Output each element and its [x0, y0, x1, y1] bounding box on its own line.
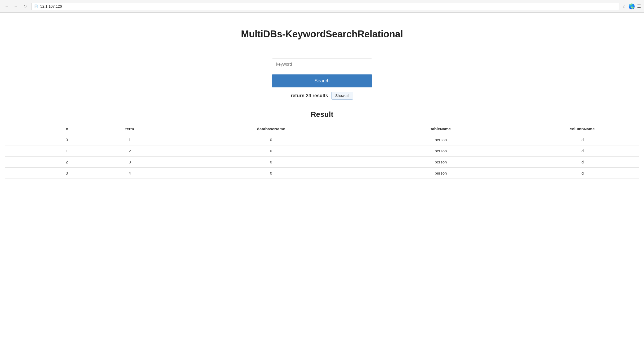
page-content: MultiDBs-KeywordSearchRelational Search …: [0, 13, 644, 189]
cell-term: 1: [73, 134, 186, 145]
cell-table: person: [356, 134, 526, 145]
cell-column: id: [526, 168, 639, 179]
result-heading: Result: [5, 110, 639, 119]
menu-icon[interactable]: ☰: [637, 4, 641, 9]
cell-column: id: [526, 157, 639, 168]
browser-chrome: ← → ↻ 📄 52.1.107.126 ☆ 🌎 ☰: [0, 0, 644, 13]
col-header-database: databaseName: [186, 124, 356, 134]
page-title: MultiDBs-KeywordSearchRelational: [5, 29, 639, 40]
nav-buttons: ← → ↻: [3, 3, 29, 10]
cell-database: 0: [186, 157, 356, 168]
search-button[interactable]: Search: [272, 74, 372, 87]
table-row: 3 4 0 person id: [5, 168, 639, 179]
cell-term: 4: [73, 168, 186, 179]
col-header-table: tableName: [356, 124, 526, 134]
back-button[interactable]: ←: [3, 3, 11, 10]
divider: [5, 48, 639, 48]
cell-index: 3: [5, 168, 73, 179]
show-all-button[interactable]: Show all: [331, 92, 353, 100]
chrome-icon: 🌎: [628, 3, 635, 10]
cell-index: 0: [5, 134, 73, 145]
cell-term: 3: [73, 157, 186, 168]
col-header-hash: #: [5, 124, 73, 134]
cell-database: 0: [186, 168, 356, 179]
table-header: # term databaseName tableName columnName: [5, 124, 639, 134]
table-row: 0 1 0 person id: [5, 134, 639, 145]
page-icon: 📄: [34, 5, 38, 8]
url-text: 52.1.107.126: [40, 4, 62, 8]
header-row: # term databaseName tableName columnName: [5, 124, 639, 134]
cell-database: 0: [186, 145, 356, 157]
table-row: 2 3 0 person id: [5, 157, 639, 168]
results-text: return 24 results: [291, 93, 328, 99]
cell-table: person: [356, 145, 526, 157]
address-bar[interactable]: 📄 52.1.107.126: [31, 3, 619, 10]
col-header-column: columnName: [526, 124, 639, 134]
table-body: 0 1 0 person id 1 2 0 person id 2 3 0 pe…: [5, 134, 639, 179]
cell-column: id: [526, 134, 639, 145]
reload-button[interactable]: ↻: [21, 3, 29, 10]
cell-table: person: [356, 157, 526, 168]
result-table: # term databaseName tableName columnName…: [5, 124, 639, 179]
col-header-term: term: [73, 124, 186, 134]
table-row: 1 2 0 person id: [5, 145, 639, 157]
results-summary: return 24 results Show all: [291, 92, 353, 100]
cell-term: 2: [73, 145, 186, 157]
cell-index: 1: [5, 145, 73, 157]
keyword-input[interactable]: [272, 59, 372, 70]
cell-column: id: [526, 145, 639, 157]
forward-button[interactable]: →: [12, 3, 20, 10]
cell-database: 0: [186, 134, 356, 145]
cell-index: 2: [5, 157, 73, 168]
bookmark-icon[interactable]: ☆: [622, 3, 626, 9]
search-section: Search return 24 results Show all: [5, 59, 639, 100]
result-section: Result # term databaseName tableName col…: [5, 110, 639, 179]
browser-actions: ☆ 🌎 ☰: [622, 3, 641, 10]
cell-table: person: [356, 168, 526, 179]
